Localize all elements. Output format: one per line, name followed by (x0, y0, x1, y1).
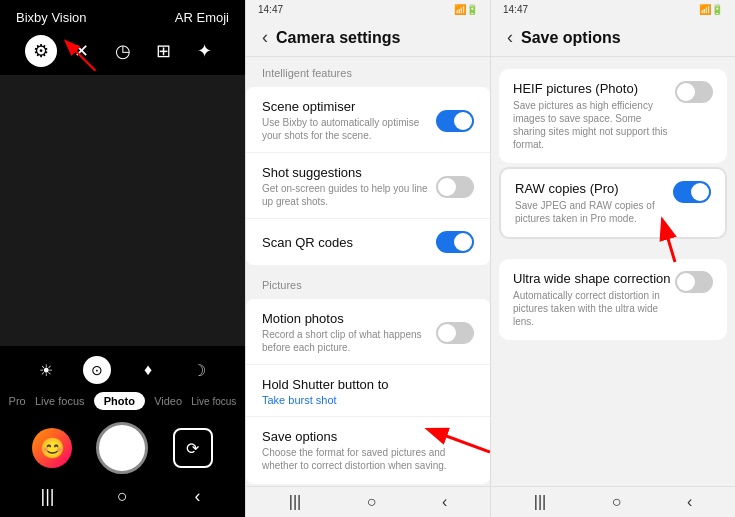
settings-title: Camera settings (276, 29, 401, 47)
hold-shutter-title: Hold Shutter button to (262, 377, 474, 392)
heif-desc: Save pictures as high efficiency images … (513, 99, 675, 151)
hold-shutter-link: Take burst shot (262, 394, 474, 406)
scene-optimiser-text: Scene optimiser Use Bixby to automatical… (262, 99, 436, 142)
svg-line-3 (430, 430, 490, 452)
camera-controls: ☀ ⊙ ♦ ☽ (0, 352, 245, 388)
scan-qr-title: Scan QR codes (262, 235, 436, 250)
night-icon[interactable]: ☽ (185, 356, 213, 384)
save-status-icons: 📶🔋 (699, 4, 723, 15)
save-status-time: 14:47 (503, 4, 528, 15)
flash-icon-btn[interactable]: ✕ (66, 35, 98, 67)
save-scroll[interactable]: HEIF pictures (Photo) Save pictures as h… (491, 57, 735, 486)
raw-title: RAW copies (Pro) (515, 181, 673, 196)
macro-icon[interactable]: ⊙ (83, 356, 111, 384)
mode-live-focus[interactable]: Live focus (35, 395, 85, 407)
gallery-thumbnail[interactable]: 😊 (32, 428, 72, 468)
heif-title: HEIF pictures (Photo) (513, 81, 675, 96)
ultra-wide-text: Ultra wide shape correction Automaticall… (513, 271, 675, 328)
camera-top-bar: Bixby Vision AR Emoji (0, 0, 245, 29)
save-back-icon[interactable]: ‹ (507, 27, 513, 48)
heif-pictures-item[interactable]: HEIF pictures (Photo) Save pictures as h… (499, 69, 727, 163)
motion-photos-title: Motion photos (262, 311, 436, 326)
red-arrow-raw (615, 217, 685, 267)
camera-modes-row: Pro Live focus Photo Video Live focus (0, 388, 245, 414)
back-button[interactable]: ‹ (183, 486, 213, 507)
water-icon[interactable]: ♦ (134, 356, 162, 384)
settings-nav-bar: ||| ○ ‹ (246, 486, 490, 517)
raw-toggle[interactable] (673, 181, 711, 203)
shot-suggestions-text: Shot suggestions Get on-screen guides to… (262, 165, 436, 208)
camera-capture-row: 😊 ⟳ (0, 414, 245, 480)
ultra-wide-toggle[interactable] (675, 271, 713, 293)
save-title: Save options (521, 29, 621, 47)
shot-suggestions-title: Shot suggestions (262, 165, 436, 180)
red-arrow-save (420, 412, 490, 462)
filter-icon-btn[interactable]: ✦ (189, 35, 221, 67)
settings-header: ‹ Camera settings (246, 17, 490, 57)
hold-shutter-text: Hold Shutter button to Take burst shot (262, 377, 474, 406)
camera-settings-panel: 14:47 📶🔋 ‹ Camera settings Intelligent f… (245, 0, 490, 517)
shutter-button[interactable] (96, 422, 148, 474)
bixby-vision-label[interactable]: Bixby Vision (16, 10, 87, 25)
ratio-icon-btn[interactable]: ⊞ (148, 35, 180, 67)
pictures-group: Motion photos Record a short clip of wha… (246, 299, 490, 484)
settings-recents-btn[interactable]: ||| (289, 493, 301, 511)
camera-bottom-controls: ☀ ⊙ ♦ ☽ Pro Live focus Photo Video Live … (0, 346, 245, 517)
camera-panel: Bixby Vision AR Emoji ⚙ ✕ ◷ ⊞ ✦ ☀ ⊙ ♦ ☽ … (0, 0, 245, 517)
camera-icons-row: ⚙ ✕ ◷ ⊞ ✦ (0, 29, 245, 75)
heif-text: HEIF pictures (Photo) Save pictures as h… (513, 81, 675, 151)
settings-scroll[interactable]: Intelligent features Scene optimiser Use… (246, 57, 490, 486)
save-home-btn[interactable]: ○ (612, 493, 622, 511)
mode-pro[interactable]: Pro (9, 395, 26, 407)
home-button[interactable]: ○ (108, 486, 138, 507)
hold-shutter-item[interactable]: Hold Shutter button to Take burst shot (246, 367, 490, 417)
save-status-bar: 14:47 📶🔋 (491, 0, 735, 17)
scan-qr-text: Scan QR codes (262, 235, 436, 250)
intelligent-features-group: Scene optimiser Use Bixby to automatical… (246, 87, 490, 265)
ultra-wide-desc: Automatically correct distortion in pict… (513, 289, 675, 328)
status-time: 14:47 (258, 4, 283, 15)
ultra-wide-title: Ultra wide shape correction (513, 271, 675, 286)
section-pictures: Pictures (246, 269, 490, 295)
save-options-item[interactable]: Save options Choose the format for saved… (246, 419, 490, 482)
svg-line-5 (663, 222, 675, 262)
scene-optimiser-desc: Use Bixby to automatically optimise your… (262, 116, 436, 142)
scene-optimiser-title: Scene optimiser (262, 99, 436, 114)
motion-photos-desc: Record a short clip of what happens befo… (262, 328, 436, 354)
raw-copies-item[interactable]: RAW copies (Pro) Save JPEG and RAW copie… (499, 167, 727, 239)
save-recents-btn[interactable]: ||| (534, 493, 546, 511)
scene-optimiser-toggle[interactable] (436, 110, 474, 132)
timer-icon-btn[interactable]: ◷ (107, 35, 139, 67)
save-nav-bar: ||| ○ ‹ (491, 486, 735, 517)
settings-back-btn[interactable]: ‹ (442, 493, 447, 511)
save-header: ‹ Save options (491, 17, 735, 57)
flip-camera-icon[interactable]: ⟳ (173, 428, 213, 468)
mode-video[interactable]: Video (154, 395, 182, 407)
motion-photos-toggle[interactable] (436, 322, 474, 344)
shot-suggestions-item[interactable]: Shot suggestions Get on-screen guides to… (246, 155, 490, 219)
light-icon[interactable]: ☀ (32, 356, 60, 384)
mode-live-focus2[interactable]: Live focus (191, 396, 236, 407)
settings-back-icon[interactable]: ‹ (262, 27, 268, 48)
ultra-wide-item[interactable]: Ultra wide shape correction Automaticall… (499, 259, 727, 340)
motion-photos-text: Motion photos Record a short clip of wha… (262, 311, 436, 354)
shot-suggestions-toggle[interactable] (436, 176, 474, 198)
heif-toggle[interactable] (675, 81, 713, 103)
camera-viewfinder (0, 75, 245, 346)
section-intelligent: Intelligent features (246, 57, 490, 83)
save-options-panel: 14:47 📶🔋 ‹ Save options HEIF pictures (P… (490, 0, 735, 517)
recents-button[interactable]: ||| (33, 486, 63, 507)
scan-qr-toggle[interactable] (436, 231, 474, 253)
status-icons: 📶🔋 (454, 4, 478, 15)
shot-suggestions-desc: Get on-screen guides to help you line up… (262, 182, 436, 208)
status-bar: 14:47 📶🔋 (246, 0, 490, 17)
mode-photo[interactable]: Photo (94, 392, 145, 410)
android-nav-bar: ||| ○ ‹ (0, 480, 245, 513)
settings-home-btn[interactable]: ○ (367, 493, 377, 511)
scan-qr-item[interactable]: Scan QR codes (246, 221, 490, 263)
scene-optimiser-item[interactable]: Scene optimiser Use Bixby to automatical… (246, 89, 490, 153)
ar-emoji-label[interactable]: AR Emoji (175, 10, 229, 25)
motion-photos-item[interactable]: Motion photos Record a short clip of wha… (246, 301, 490, 365)
settings-icon-btn[interactable]: ⚙ (25, 35, 57, 67)
save-back-btn[interactable]: ‹ (687, 493, 692, 511)
